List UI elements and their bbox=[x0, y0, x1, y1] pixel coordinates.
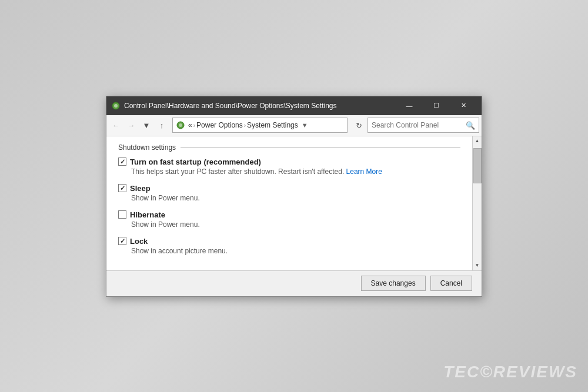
breadcrumb-system-settings[interactable]: System Settings bbox=[247, 121, 298, 129]
checkbox-sleep[interactable] bbox=[118, 184, 126, 192]
svg-point-1 bbox=[114, 104, 118, 108]
scroll-down-arrow[interactable]: ▼ bbox=[473, 261, 482, 270]
watermark: TEC©REVIEWS bbox=[443, 363, 577, 381]
scroll-up-arrow[interactable]: ▲ bbox=[473, 136, 482, 146]
content-area: Shutdown settings Turn on fast startup (… bbox=[106, 136, 472, 270]
checkbox-lock[interactable] bbox=[118, 237, 126, 245]
learn-more-link[interactable]: Learn More bbox=[346, 167, 382, 176]
footer: Save changes Cancel bbox=[106, 270, 482, 296]
toolbar: ← → ▼ ↑ « › Power Options › System Setti… bbox=[106, 115, 482, 136]
checkbox-hibernate[interactable] bbox=[118, 210, 126, 219]
search-box: 🔍 bbox=[368, 118, 479, 133]
breadcrumb: « › Power Options › System Settings bbox=[188, 121, 298, 129]
section-header: Shutdown settings bbox=[118, 143, 460, 152]
window: Control Panel\Hardware and Sound\Power O… bbox=[106, 96, 482, 297]
sleep-label: Sleep bbox=[130, 184, 151, 193]
minimize-button[interactable]: — bbox=[396, 96, 423, 115]
setting-hibernate: Hibernate Show in Power menu. bbox=[118, 210, 460, 229]
hibernate-label: Hibernate bbox=[130, 210, 165, 219]
window-icon bbox=[111, 101, 121, 110]
breadcrumb-separator-0: › bbox=[193, 122, 195, 129]
dropdown-button[interactable]: ▼ bbox=[139, 118, 153, 132]
cancel-button[interactable]: Cancel bbox=[430, 276, 472, 291]
lock-desc: Show in account picture menu. bbox=[131, 247, 460, 255]
breadcrumb-separator-1: › bbox=[244, 122, 246, 129]
content-wrapper: Shutdown settings Turn on fast startup (… bbox=[106, 136, 482, 270]
hibernate-desc: Show in Power menu. bbox=[131, 220, 460, 229]
breadcrumb-more: « bbox=[188, 121, 192, 129]
setting-sleep: Sleep Show in Power menu. bbox=[118, 184, 460, 202]
close-button[interactable]: ✕ bbox=[450, 96, 477, 115]
window-controls: — ☐ ✕ bbox=[396, 96, 477, 115]
maximize-button[interactable]: ☐ bbox=[423, 96, 450, 115]
lock-label: Lock bbox=[130, 237, 148, 246]
fast-startup-desc: This helps start your PC faster after sh… bbox=[131, 167, 460, 176]
checkbox-fast-startup[interactable] bbox=[118, 158, 126, 166]
sleep-desc: Show in Power menu. bbox=[131, 194, 460, 202]
address-icon bbox=[176, 120, 186, 130]
search-icon: 🔍 bbox=[466, 121, 475, 130]
refresh-button[interactable]: ↻ bbox=[351, 118, 366, 133]
forward-button[interactable]: → bbox=[124, 118, 138, 132]
title-bar: Control Panel\Hardware and Sound\Power O… bbox=[106, 96, 482, 115]
up-button[interactable]: ↑ bbox=[155, 118, 169, 132]
fast-startup-label: Turn on fast startup (recommended) bbox=[130, 158, 261, 166]
search-input[interactable] bbox=[372, 121, 463, 129]
scrollbar[interactable]: ▲ ▼ bbox=[472, 136, 482, 270]
svg-point-3 bbox=[179, 123, 182, 127]
breadcrumb-power-options[interactable]: Power Options bbox=[196, 121, 243, 129]
setting-fast-startup: Turn on fast startup (recommended) This … bbox=[118, 158, 460, 176]
window-title: Control Panel\Hardware and Sound\Power O… bbox=[124, 102, 396, 110]
scroll-thumb[interactable] bbox=[473, 148, 482, 183]
address-dropdown-button[interactable]: ▼ bbox=[300, 122, 309, 129]
setting-lock: Lock Show in account picture menu. bbox=[118, 237, 460, 255]
save-button[interactable]: Save changes bbox=[361, 276, 426, 291]
section-label: Shutdown settings bbox=[118, 143, 176, 152]
address-bar: « › Power Options › System Settings ▼ bbox=[172, 118, 348, 133]
back-button[interactable]: ← bbox=[109, 118, 123, 132]
